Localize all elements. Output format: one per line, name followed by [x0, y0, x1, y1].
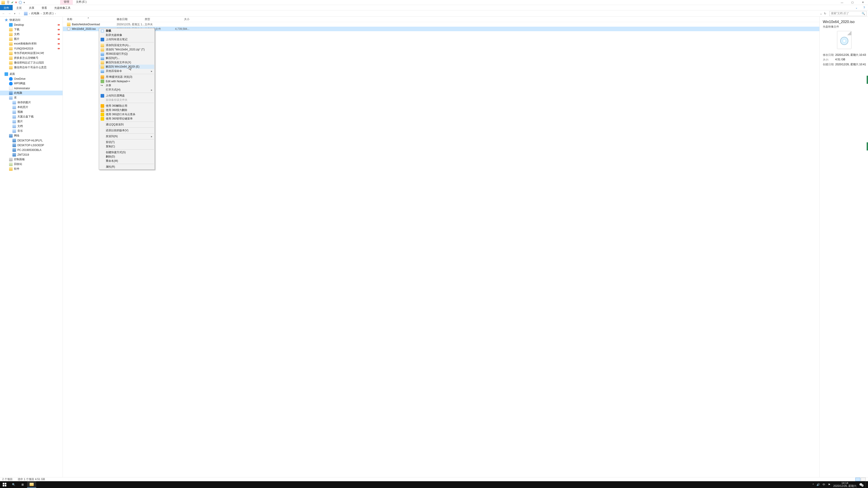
- tree-wps[interactable]: WPS网盘: [0, 81, 63, 86]
- tree-lib-item[interactable]: 文档: [0, 124, 63, 129]
- tree-quick-item[interactable]: 图片📌: [0, 37, 63, 41]
- breadcrumb-chevron-icon[interactable]: ›: [29, 12, 30, 15]
- file-row[interactable]: Win10x64_2020.iso 2020/12/26, 星期六 1... 光…: [63, 27, 819, 31]
- ribbon-tab-home[interactable]: 主页: [13, 5, 25, 10]
- taskbar-explorer-button[interactable]: [27, 481, 36, 488]
- tree-network[interactable]: 网络: [0, 133, 63, 138]
- tree-lib-item[interactable]: 天翼云盘下载: [0, 114, 63, 119]
- ctx-extract-here[interactable]: 解压到当前文件夹(X): [99, 60, 154, 65]
- tree-lib-item[interactable]: 保存的图片: [0, 100, 63, 105]
- ctx-360-delete[interactable]: 使用 360强力删除: [99, 108, 154, 112]
- search-icon[interactable]: 🔍: [862, 12, 865, 15]
- column-size[interactable]: 大小: [168, 18, 189, 21]
- ribbon-tab-file[interactable]: 文件: [0, 5, 13, 10]
- ctx-youdao[interactable]: 上传到有道云笔记: [99, 37, 154, 41]
- tree-libraries[interactable]: 库: [0, 95, 63, 100]
- tree-quick-item[interactable]: YUNQISHI2019📌: [0, 46, 63, 51]
- tree-quick-item[interactable]: 微信密码忘记了怎么找回: [0, 60, 63, 65]
- ctx-360-menu[interactable]: 使用 360管理右键菜单: [99, 117, 154, 121]
- ctx-360-unlock[interactable]: 使用 360解除占用: [99, 104, 154, 108]
- ribbon-tab-disc-tools[interactable]: 光盘映像工具: [51, 5, 74, 10]
- breadcrumb-drive[interactable]: 文档 (E:)›: [43, 11, 56, 15]
- tree-quick-item[interactable]: 文档📌: [0, 32, 63, 37]
- taskbar-search-button[interactable]: 🔍: [9, 481, 18, 488]
- tray-volume-icon[interactable]: 🔊: [816, 483, 820, 486]
- ctx-extract-to[interactable]: 解压到(F)...: [99, 56, 154, 60]
- nav-history-icon[interactable]: ▾: [13, 12, 16, 15]
- ctx-properties[interactable]: 属性(R): [99, 165, 154, 169]
- ribbon-tab-share[interactable]: 共享: [25, 5, 38, 10]
- tree-net-item[interactable]: ZMT2019: [0, 152, 63, 157]
- ribbon-help-icon[interactable]: ?: [860, 5, 868, 10]
- tree-quick-item[interactable]: 华为手机时间设置24小时: [0, 51, 63, 56]
- close-button[interactable]: ✕: [858, 0, 868, 5]
- address-dropdown-icon[interactable]: ⌄: [820, 12, 822, 15]
- column-date[interactable]: 修改日期: [117, 18, 145, 21]
- tree-onedrive[interactable]: OneDrive: [0, 76, 63, 81]
- view-details-button[interactable]: [855, 478, 860, 481]
- qat-new-folder-icon[interactable]: [19, 1, 22, 4]
- ctx-share[interactable]: ↪共享: [99, 84, 154, 88]
- tree-lib-item[interactable]: 本机照片: [0, 105, 63, 109]
- tray-security-icon[interactable]: ⚑: [828, 483, 831, 486]
- ctx-cut[interactable]: 剪切(T): [99, 140, 154, 144]
- nav-tree[interactable]: 快速访问 Desktop📌 下载📌 文档📌 图片📌 excel表格制作求和📌 Y…: [0, 17, 63, 477]
- tree-quick-item[interactable]: 下载📌: [0, 27, 63, 32]
- tree-lib-item[interactable]: 视频: [0, 109, 63, 114]
- tree-lib-item[interactable]: 图片: [0, 119, 63, 124]
- tree-net-item[interactable]: DESKTOP-LSSOEDP: [0, 143, 63, 148]
- tree-software[interactable]: 软件: [0, 166, 63, 171]
- ctx-add-archive[interactable]: 添加到压缩文件(A)...: [99, 43, 154, 47]
- file-row[interactable]: BaiduNetdiskDownload 2020/12/25, 星期五 1..…: [63, 22, 819, 27]
- tree-control-panel[interactable]: 控制面板: [0, 157, 63, 162]
- qat-check-icon[interactable]: ✔: [11, 1, 13, 4]
- tree-this-pc[interactable]: 此电脑: [0, 91, 63, 95]
- ctx-extract-named[interactable]: 解压到 Win10x64_2020\ (E): [99, 65, 154, 69]
- tree-quick-item[interactable]: Desktop📌: [0, 22, 63, 27]
- column-name[interactable]: 名称: [67, 18, 117, 21]
- show-desktop-button[interactable]: [865, 481, 867, 488]
- search-box[interactable]: 搜索"文档 (E:)" 🔍: [829, 11, 867, 16]
- ctx-mount[interactable]: 装载: [99, 29, 154, 33]
- taskbar-taskview-button[interactable]: ⊞: [18, 481, 27, 488]
- ctx-burn[interactable]: 刻录光盘映像: [99, 33, 154, 37]
- view-icons-button[interactable]: [861, 478, 866, 481]
- ctx-open-360zip[interactable]: 用360压缩打开(Q): [99, 52, 154, 56]
- ctx-restore-versions[interactable]: 还原以前的版本(V): [99, 128, 154, 133]
- ctx-rename[interactable]: 重命名(M): [99, 159, 154, 163]
- column-headers[interactable]: ▲ 名称 修改日期 类型 大小: [63, 17, 819, 22]
- refresh-icon[interactable]: ↻: [824, 12, 826, 15]
- tray-overflow-icon[interactable]: ^: [813, 483, 814, 486]
- tray-clock[interactable]: 14:14 2020/12/26, 星期六: [833, 482, 857, 488]
- nav-forward-icon[interactable]: →: [7, 12, 12, 15]
- start-button[interactable]: [0, 481, 9, 488]
- tree-desktop[interactable]: 桌面: [0, 72, 63, 76]
- qat-dropdown-icon[interactable]: ▾: [24, 1, 25, 4]
- ctx-baidu-upload[interactable]: 上传到百度网盘: [99, 94, 154, 98]
- tree-quick-access[interactable]: 快速访问: [0, 18, 63, 22]
- tree-net-item[interactable]: PC-20190530OBLA: [0, 148, 63, 152]
- ctx-send-to[interactable]: 发送到(N)▸: [99, 134, 154, 138]
- tree-quick-item[interactable]: excel表格制作求和📌: [0, 41, 63, 46]
- ctx-360-scan[interactable]: 使用 360进行木马云查杀: [99, 112, 154, 117]
- qat-pin-icon[interactable]: [6, 1, 10, 4]
- tray-ime-indicator[interactable]: 中: [823, 483, 825, 487]
- ctx-bee-browser[interactable]: 用 蜂蜜浏览器 浏览(3): [99, 75, 154, 79]
- maximize-button[interactable]: ▢: [847, 0, 858, 5]
- address-bar[interactable]: › 此电脑› 文档 (E:)› ⌄ ↻: [23, 11, 828, 16]
- ribbon-expand-icon[interactable]: ⌄: [852, 5, 860, 10]
- qat-close-icon[interactable]: ✕: [15, 1, 17, 4]
- breadcrumb-this-pc[interactable]: 此电脑›: [31, 11, 41, 15]
- tree-lib-item[interactable]: 音乐: [0, 129, 63, 133]
- ctx-create-shortcut[interactable]: 创建快捷方式(S): [99, 150, 154, 155]
- tree-admin[interactable]: Administrator: [0, 86, 63, 91]
- column-type[interactable]: 类型: [145, 18, 168, 21]
- ctx-notepad-plus-plus[interactable]: Edit with Notepad++: [99, 79, 154, 84]
- nav-up-icon[interactable]: ↑: [18, 12, 21, 15]
- ctx-copy[interactable]: 复制(C): [99, 144, 154, 149]
- nav-back-icon[interactable]: ←: [1, 12, 6, 15]
- ribbon-tab-view[interactable]: 查看: [38, 5, 51, 10]
- tree-net-item[interactable]: DESKTOP-HL0PLFL: [0, 138, 63, 143]
- minimize-button[interactable]: —: [837, 0, 847, 5]
- tree-recycle-bin[interactable]: 回收站: [0, 162, 63, 166]
